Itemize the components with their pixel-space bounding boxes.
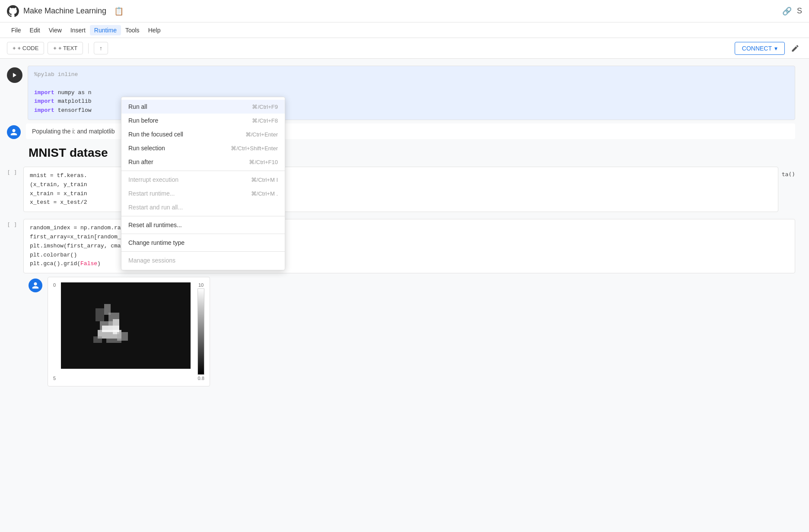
edit-icon-button[interactable]: [788, 41, 802, 55]
top-right-icons: 🔗 S: [782, 6, 802, 16]
run-after-item[interactable]: Run after ⌘/Ctrl+F10: [121, 155, 285, 169]
mnist-line-2: (x_train, y_train: [30, 181, 87, 188]
run-before-label: Run before: [128, 117, 158, 124]
run-focused-item[interactable]: Run the focused cell ⌘/Ctrl+Enter: [121, 127, 285, 141]
interrupt-item: Interrupt execution ⌘/Ctrl+M I: [121, 173, 285, 187]
restart-label: Restart runtime...: [128, 190, 175, 197]
matplotlib-text: matplotlib: [58, 98, 92, 104]
colorbar-top-label: 10: [198, 282, 204, 288]
restart-shortcut: ⌘/Ctrl+M .: [251, 190, 278, 197]
move-up-button[interactable]: ↑: [94, 42, 108, 54]
manage-sessions-label: Manage sessions: [128, 257, 175, 264]
manage-sessions-item: Manage sessions: [121, 253, 285, 267]
restart-run-all-item: Restart and run all...: [121, 200, 285, 214]
run-after-label: Run after: [128, 158, 153, 165]
menu-insert[interactable]: Insert: [66, 25, 90, 35]
y-label-top: 0: [53, 282, 56, 288]
share-text-icon[interactable]: S: [797, 6, 802, 16]
chart-image: [61, 282, 191, 369]
arrow-up-icon: ↑: [99, 45, 102, 51]
title-bar-left: Make Machine Learning 📋: [7, 5, 124, 17]
chart-cell: 0 5: [29, 277, 795, 386]
code-btn-label: + CODE: [18, 45, 39, 51]
svg-rect-9: [93, 336, 102, 343]
restart-item: Restart runtime... ⌘/Ctrl+M .: [121, 187, 285, 200]
menu-help[interactable]: Help: [144, 25, 165, 35]
menu-view[interactable]: View: [45, 25, 66, 35]
run-selection-label: Run selection: [128, 145, 165, 152]
share-icon[interactable]: 📋: [114, 6, 124, 16]
main-content: %pylab inline import numpy as n import m…: [0, 59, 809, 532]
y-label-bottom: 5: [53, 376, 56, 381]
tensorflow-text: tensorflow: [58, 107, 92, 114]
run-all-shortcut: ⌘/Ctrl+F9: [252, 104, 278, 110]
colorbar-wrapper: 10 0.8: [197, 282, 204, 381]
title-bar: Make Machine Learning 📋 🔗 S: [0, 0, 809, 22]
rand-line-4: plt.colorbar(): [30, 252, 77, 258]
chart-container: 0 5: [48, 277, 210, 386]
connect-label: CONNECT: [742, 45, 772, 52]
user-icon-2: [32, 282, 39, 289]
run-before-item[interactable]: Run before ⌘/Ctrl+F8: [121, 114, 285, 127]
add-code-button[interactable]: + + CODE: [7, 42, 44, 54]
mnist-line-4: x_test = x_test/2: [30, 199, 87, 206]
run-all-item[interactable]: Run all ⌘/Ctrl+F9: [121, 100, 285, 114]
change-runtime-item[interactable]: Change runtime type: [121, 236, 285, 250]
menu-runtime[interactable]: Runtime: [90, 25, 121, 35]
colorbar: [197, 288, 204, 375]
cell-bracket-3: [ ]: [7, 169, 20, 176]
run-after-shortcut: ⌘/Ctrl+F10: [249, 159, 278, 165]
run-selection-shortcut: ⌘/Ctrl+Shift+Enter: [231, 145, 278, 152]
svg-marker-0: [13, 73, 16, 78]
add-text-button[interactable]: + + TEXT: [48, 42, 83, 54]
rand-line-5: plt.gca().grid(False): [30, 260, 101, 267]
chart-image-wrapper: [61, 282, 191, 381]
dropdown-separator-2: [121, 216, 285, 216]
toolbar-separator: [88, 43, 89, 54]
run-focused-label: Run the focused cell: [128, 131, 183, 138]
toolbar: + + CODE + + TEXT ↑ CONNECT ▾: [0, 38, 809, 59]
output-text-1: Populating the i:: [32, 128, 75, 135]
chart-y-labels-left: 0 5: [53, 282, 57, 381]
output-text-2: and matplotlib: [77, 128, 115, 135]
restart-run-all-label: Restart and run all...: [128, 204, 183, 211]
heading-text: MNIST datase: [29, 146, 108, 159]
dropdown-separator-4: [121, 251, 285, 252]
runtime-dropdown-menu: Run all ⌘/Ctrl+F9 Run before ⌘/Ctrl+F8 R…: [121, 97, 285, 270]
interrupt-shortcut: ⌘/Ctrl+M I: [251, 177, 278, 183]
numpy-text: numpy as n: [58, 89, 92, 96]
import-kw-2: import: [34, 98, 54, 104]
run-all-label: Run all: [128, 103, 147, 110]
cell-bracket-4: [ ]: [7, 222, 20, 228]
dropdown-separator-1: [121, 171, 285, 171]
text-btn-label: + TEXT: [58, 45, 77, 51]
svg-rect-2: [96, 308, 104, 321]
dropdown-separator-3: [121, 234, 285, 234]
menu-edit[interactable]: Edit: [25, 25, 45, 35]
import-kw-3: import: [34, 107, 54, 114]
avatar-2: [29, 279, 42, 292]
import-kw-1: import: [34, 89, 54, 96]
pencil-icon: [791, 44, 799, 53]
svg-rect-11: [106, 339, 121, 343]
github-icon: [7, 5, 19, 17]
run-cell-1-button[interactable]: [7, 67, 22, 83]
toolbar-right: CONNECT ▾: [735, 41, 802, 55]
pylab-line: %pylab inline: [34, 71, 78, 78]
app-title: Make Machine Learning: [23, 6, 106, 16]
mnist-suffix: ta(): [782, 167, 795, 177]
play-icon: [12, 72, 18, 78]
run-selection-item[interactable]: Run selection ⌘/Ctrl+Shift+Enter: [121, 141, 285, 155]
mnist-line-1: mnist = tf.keras.: [30, 172, 87, 179]
interrupt-label: Interrupt execution: [128, 176, 178, 183]
reset-all-item[interactable]: Reset all runtimes...: [121, 218, 285, 232]
link-icon[interactable]: 🔗: [782, 6, 792, 16]
avatar-1: [7, 125, 21, 139]
menu-tools[interactable]: Tools: [121, 25, 144, 35]
colorbar-bottom-label: 0.8: [197, 376, 204, 381]
connect-button[interactable]: CONNECT ▾: [735, 42, 785, 55]
plus-icon-text: +: [53, 45, 57, 51]
user-icon: [10, 128, 18, 136]
change-runtime-label: Change runtime type: [128, 239, 185, 246]
menu-file[interactable]: File: [7, 25, 25, 35]
